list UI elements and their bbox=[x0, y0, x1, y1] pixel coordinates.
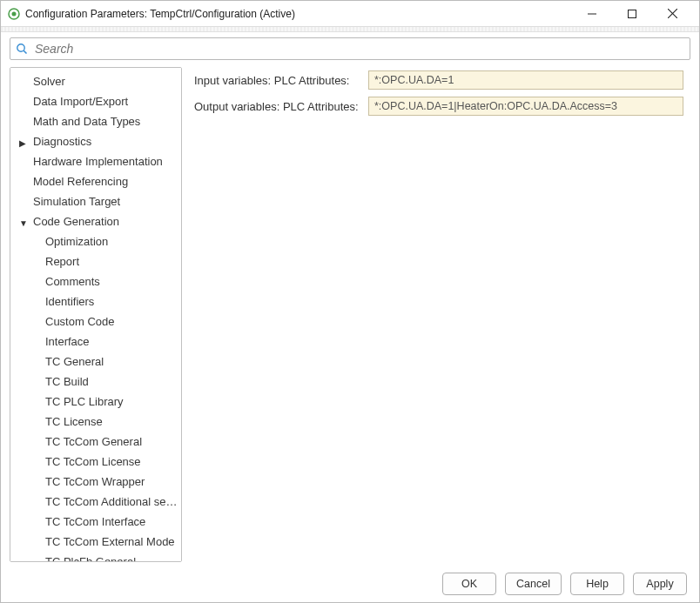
window-title: Configuration Parameters: TempCtrl/Confi… bbox=[25, 8, 572, 20]
output-vars-field[interactable] bbox=[368, 97, 683, 116]
svg-rect-3 bbox=[629, 10, 636, 17]
close-button[interactable] bbox=[652, 1, 692, 27]
input-vars-row: Input variables: PLC Attributes: bbox=[194, 70, 683, 90]
tree-item[interactable]: Custom Code bbox=[10, 312, 181, 332]
tree-item-label: TC TcCom License bbox=[45, 455, 141, 468]
caret-down-icon[interactable]: ▼ bbox=[19, 215, 28, 231]
content-area: SolverData Import/ExportMath and Data Ty… bbox=[1, 67, 699, 566]
search-row bbox=[1, 32, 699, 67]
search-input[interactable] bbox=[33, 41, 684, 57]
apply-button[interactable]: Apply bbox=[633, 573, 687, 595]
help-button[interactable]: Help bbox=[570, 573, 624, 595]
tree-item-label: Code Generation bbox=[33, 215, 119, 228]
input-vars-label: Input variables: PLC Attributes: bbox=[194, 74, 368, 87]
tree-item-label: Solver bbox=[33, 75, 65, 88]
tree-item[interactable]: ▼Code Generation bbox=[10, 211, 181, 231]
tree-item-label: TC PLC Library bbox=[45, 395, 124, 408]
svg-line-7 bbox=[24, 50, 26, 53]
output-vars-field-wrap bbox=[368, 97, 683, 116]
tree-item[interactable]: Simulation Target bbox=[10, 191, 181, 211]
tree-item[interactable]: Optimization bbox=[10, 231, 181, 251]
tree-item[interactable]: TC TcCom Interface bbox=[10, 512, 181, 532]
tree-item-label: Hardware Implementation bbox=[33, 155, 163, 168]
tree-item-label: Optimization bbox=[45, 235, 108, 248]
tree-item[interactable]: TC General bbox=[10, 352, 181, 372]
tree-item-label: TC General bbox=[45, 355, 104, 368]
tree-item[interactable]: Math and Data Types bbox=[10, 111, 181, 131]
tree-item-label: TC PlcFb General bbox=[45, 555, 136, 562]
ok-button[interactable]: OK bbox=[442, 573, 496, 595]
tree-item-label: Math and Data Types bbox=[33, 115, 140, 128]
search-icon bbox=[16, 43, 28, 55]
tree-item[interactable]: TC PlcFb General bbox=[10, 552, 181, 562]
tree-item[interactable]: TC TcCom Additional setti... bbox=[10, 492, 181, 512]
tree-item-label: Interface bbox=[45, 335, 90, 348]
cancel-button[interactable]: Cancel bbox=[505, 573, 562, 595]
tree-item[interactable]: Comments bbox=[10, 271, 181, 291]
tree-item[interactable]: Solver bbox=[10, 71, 181, 91]
output-vars-label: Output variables: PLC Attributes: bbox=[194, 100, 368, 113]
tree-item-label: Comments bbox=[45, 275, 100, 288]
category-tree[interactable]: SolverData Import/ExportMath and Data Ty… bbox=[10, 67, 182, 562]
tree-item[interactable]: TC TcCom Wrapper bbox=[10, 472, 181, 492]
tree-item[interactable]: TC License bbox=[10, 412, 181, 432]
tree-item-label: TC TcCom General bbox=[45, 435, 142, 448]
tree-item-label: TC License bbox=[45, 415, 103, 428]
tree-item-label: Identifiers bbox=[45, 295, 94, 308]
tree-item[interactable]: TC PLC Library bbox=[10, 392, 181, 412]
tree-item-label: Simulation Target bbox=[33, 195, 120, 208]
tree-item-label: TC TcCom Interface bbox=[45, 515, 145, 528]
tree-item[interactable]: ▶Diagnostics bbox=[10, 131, 181, 151]
tree-item[interactable]: TC TcCom General bbox=[10, 432, 181, 452]
app-icon bbox=[8, 8, 20, 20]
tree-item[interactable]: Data Import/Export bbox=[10, 91, 181, 111]
window-controls bbox=[572, 1, 692, 27]
tree-item-label: TC Build bbox=[45, 375, 89, 388]
titlebar: Configuration Parameters: TempCtrl/Confi… bbox=[1, 1, 699, 27]
tree-item-label: TC TcCom External Mode bbox=[45, 535, 175, 548]
tree-item-label: TC TcCom Wrapper bbox=[45, 475, 145, 488]
tree-item-label: Data Import/Export bbox=[33, 95, 128, 108]
input-vars-field[interactable] bbox=[368, 70, 683, 90]
tree-item-label: Custom Code bbox=[45, 315, 114, 328]
tree-item[interactable]: Interface bbox=[10, 332, 181, 352]
svg-point-6 bbox=[17, 44, 24, 51]
tree-item[interactable]: Hardware Implementation bbox=[10, 151, 181, 171]
input-vars-field-wrap bbox=[368, 70, 683, 90]
search-box[interactable] bbox=[10, 37, 690, 60]
tree-item[interactable]: Model Referencing bbox=[10, 171, 181, 191]
svg-point-1 bbox=[12, 11, 17, 16]
tree-item-label: Model Referencing bbox=[33, 175, 128, 188]
output-vars-row: Output variables: PLC Attributes: bbox=[194, 97, 683, 116]
tree-item[interactable]: TC TcCom License bbox=[10, 452, 181, 472]
tree-item[interactable]: TC Build bbox=[10, 372, 181, 392]
config-params-window: Configuration Parameters: TempCtrl/Confi… bbox=[0, 0, 700, 603]
minimize-button[interactable] bbox=[572, 1, 612, 27]
tree-item-label: Report bbox=[45, 255, 79, 268]
tree-item[interactable]: TC TcCom External Mode bbox=[10, 532, 181, 552]
tree-item[interactable]: Report bbox=[10, 251, 181, 271]
button-bar: OK Cancel Help Apply bbox=[1, 566, 699, 602]
caret-right-icon[interactable]: ▶ bbox=[19, 135, 26, 151]
maximize-button[interactable] bbox=[612, 1, 652, 27]
tree-item-label: Diagnostics bbox=[33, 135, 91, 148]
settings-panel: Input variables: PLC Attributes: Output … bbox=[182, 67, 690, 562]
tree-item[interactable]: Identifiers bbox=[10, 291, 181, 312]
tree-item-label: TC TcCom Additional setti... bbox=[45, 495, 181, 508]
